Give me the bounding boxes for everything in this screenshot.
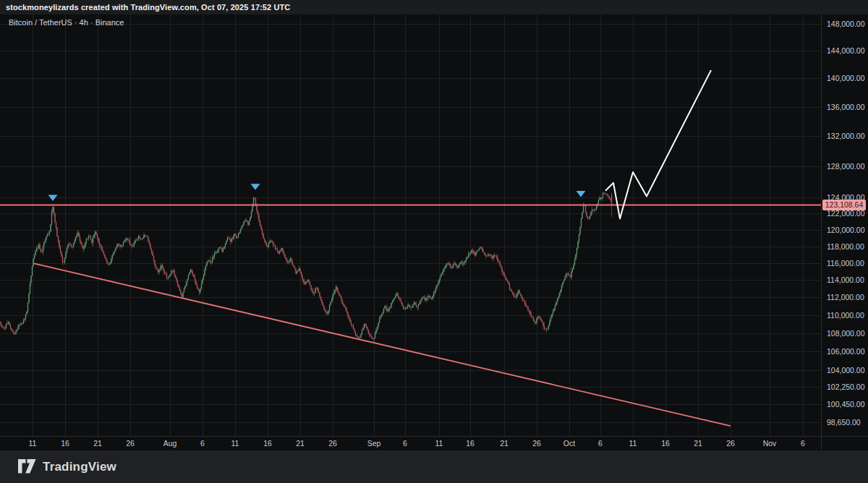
svg-text:26: 26: [126, 439, 135, 448]
descending-trendline[interactable]: [33, 263, 731, 426]
svg-text:123,108.64: 123,108.64: [825, 200, 864, 209]
svg-text:21: 21: [500, 439, 509, 448]
svg-text:21: 21: [93, 439, 102, 448]
triangle-down-marker: [251, 184, 260, 189]
svg-text:26: 26: [328, 439, 337, 448]
symbol-title: Bitcoin / TetherUS · 4h · Binance: [9, 18, 124, 27]
svg-text:16: 16: [661, 439, 670, 448]
svg-text:118,000.00: 118,000.00: [827, 242, 864, 251]
brand-text: TradingView: [43, 460, 116, 474]
svg-text:11: 11: [435, 439, 443, 448]
attribution-bar: stockmoneylizards created with TradingVi…: [0, 0, 868, 14]
svg-text:21: 21: [694, 439, 702, 448]
tradingview-logo-icon: [18, 459, 36, 474]
projection-line[interactable]: [605, 70, 711, 218]
svg-text:11: 11: [629, 439, 637, 448]
tradingview-logo[interactable]: TradingView: [18, 459, 116, 474]
svg-text:Oct: Oct: [563, 439, 575, 448]
svg-text:106,000.00: 106,000.00: [827, 347, 865, 356]
svg-text:Sep: Sep: [367, 439, 381, 448]
svg-text:6: 6: [801, 439, 805, 448]
svg-text:112,000.00: 112,000.00: [827, 293, 864, 302]
svg-text:16: 16: [263, 439, 272, 448]
svg-text:16: 16: [466, 439, 475, 448]
tradingview-snapshot: stockmoneylizards created with TradingVi…: [0, 0, 868, 483]
svg-text:16: 16: [61, 439, 69, 448]
svg-text:26: 26: [532, 439, 541, 448]
chart-area[interactable]: Bitcoin / TetherUS · 4h · Binance 148,00…: [0, 14, 868, 450]
svg-text:98,650.00: 98,650.00: [827, 418, 861, 427]
attribution-text: stockmoneylizards created with TradingVi…: [6, 3, 290, 12]
triangle-down-marker: [576, 191, 586, 197]
svg-text:108,000.00: 108,000.00: [827, 329, 865, 338]
svg-text:Aug: Aug: [163, 439, 177, 448]
svg-text:110,000.00: 110,000.00: [827, 311, 864, 320]
svg-text:6: 6: [200, 439, 205, 448]
svg-text:140,000.00: 140,000.00: [827, 74, 865, 82]
sell-markers[interactable]: [48, 184, 586, 201]
svg-text:114,000.00: 114,000.00: [827, 275, 864, 284]
last-price-label: 123,108.64: [822, 200, 866, 210]
svg-text:136,000.00: 136,000.00: [827, 103, 865, 111]
svg-text:128,000.00: 128,000.00: [827, 162, 865, 171]
svg-text:116,000.00: 116,000.00: [827, 259, 864, 268]
svg-text:102,250.00: 102,250.00: [827, 382, 865, 391]
svg-text:21: 21: [296, 439, 305, 448]
svg-text:100,450.00: 100,450.00: [827, 400, 865, 409]
svg-text:Nov: Nov: [763, 439, 777, 448]
candlestick-chart[interactable]: 148,000.00144,000.00140,000.00136,000.00…: [0, 14, 868, 450]
svg-text:144,000.00: 144,000.00: [827, 46, 865, 55]
svg-text:132,000.00: 132,000.00: [827, 132, 865, 140]
svg-text:104,000.00: 104,000.00: [827, 366, 865, 375]
svg-text:148,000.00: 148,000.00: [827, 20, 865, 28]
svg-text:26: 26: [726, 439, 735, 448]
svg-text:122,000.00: 122,000.00: [827, 209, 865, 218]
svg-text:11: 11: [231, 439, 239, 448]
time-axis-labels[interactable]: 11162126Aug611162126Sep611162126Oct61116…: [29, 439, 806, 448]
svg-text:6: 6: [598, 439, 603, 448]
footer-bar: TradingView: [0, 450, 868, 483]
svg-text:120,000.00: 120,000.00: [827, 226, 865, 234]
svg-text:11: 11: [29, 439, 37, 448]
candles-down: [0, 192, 612, 340]
svg-text:6: 6: [403, 439, 407, 448]
gridlines: [0, 14, 821, 436]
